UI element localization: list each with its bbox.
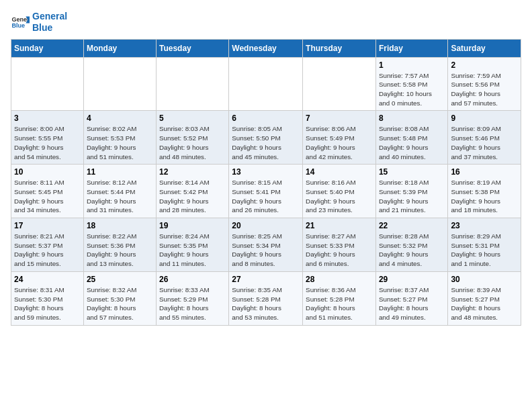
calendar-day: 10Sunrise: 8:11 AM Sunset: 5:45 PM Dayli… xyxy=(11,165,84,218)
calendar-day: 18Sunrise: 8:22 AM Sunset: 5:36 PM Dayli… xyxy=(83,218,156,272)
calendar-body: 1Sunrise: 7:57 AM Sunset: 5:58 PM Daylig… xyxy=(11,57,521,325)
day-number: 16 xyxy=(451,167,518,177)
calendar-day xyxy=(83,57,156,111)
calendar-day: 23Sunrise: 8:29 AM Sunset: 5:31 PM Dayli… xyxy=(448,218,521,272)
weekday-header-saturday: Saturday xyxy=(448,39,521,57)
calendar-day: 4Sunrise: 8:02 AM Sunset: 5:53 PM Daylig… xyxy=(83,111,156,165)
day-info: Sunrise: 8:39 AM Sunset: 5:27 PM Dayligh… xyxy=(451,285,518,322)
day-info: Sunrise: 7:59 AM Sunset: 5:56 PM Dayligh… xyxy=(451,71,518,108)
day-info: Sunrise: 8:35 AM Sunset: 5:28 PM Dayligh… xyxy=(232,285,300,322)
calendar-day: 16Sunrise: 8:19 AM Sunset: 5:38 PM Dayli… xyxy=(448,165,521,218)
day-number: 21 xyxy=(306,221,373,230)
logo: General Blue GeneralBlue xyxy=(11,11,67,34)
day-number: 17 xyxy=(14,221,81,230)
weekday-header-sunday: Sunday xyxy=(11,39,84,57)
day-number: 11 xyxy=(87,167,153,177)
calendar-day: 11Sunrise: 8:12 AM Sunset: 5:44 PM Dayli… xyxy=(83,165,156,218)
day-info: Sunrise: 8:21 AM Sunset: 5:37 PM Dayligh… xyxy=(14,232,81,269)
calendar-header: SundayMondayTuesdayWednesdayThursdayFrid… xyxy=(11,39,521,57)
calendar-day: 3Sunrise: 8:00 AM Sunset: 5:55 PM Daylig… xyxy=(11,111,84,165)
calendar-day: 30Sunrise: 8:39 AM Sunset: 5:27 PM Dayli… xyxy=(448,271,521,325)
calendar-day: 14Sunrise: 8:16 AM Sunset: 5:40 PM Dayli… xyxy=(303,165,376,218)
calendar-week-5: 24Sunrise: 8:31 AM Sunset: 5:30 PM Dayli… xyxy=(11,271,521,325)
day-number: 30 xyxy=(451,275,518,284)
day-info: Sunrise: 8:02 AM Sunset: 5:53 PM Dayligh… xyxy=(87,124,153,161)
weekday-header-wednesday: Wednesday xyxy=(229,39,303,57)
calendar-day xyxy=(229,57,303,111)
weekday-header-monday: Monday xyxy=(83,39,156,57)
day-number: 19 xyxy=(159,221,226,230)
day-number: 15 xyxy=(379,167,445,177)
day-number: 24 xyxy=(14,275,81,284)
calendar-day: 26Sunrise: 8:33 AM Sunset: 5:29 PM Dayli… xyxy=(156,271,228,325)
day-info: Sunrise: 8:03 AM Sunset: 5:52 PM Dayligh… xyxy=(159,124,226,161)
calendar-day: 13Sunrise: 8:15 AM Sunset: 5:41 PM Dayli… xyxy=(229,165,303,218)
calendar-day: 27Sunrise: 8:35 AM Sunset: 5:28 PM Dayli… xyxy=(229,271,303,325)
day-number: 7 xyxy=(306,113,373,123)
day-number: 10 xyxy=(14,167,81,177)
weekday-header-row: SundayMondayTuesdayWednesdayThursdayFrid… xyxy=(11,39,521,57)
day-number: 20 xyxy=(232,221,300,230)
calendar-week-3: 10Sunrise: 8:11 AM Sunset: 5:45 PM Dayli… xyxy=(11,165,521,218)
calendar-day: 19Sunrise: 8:24 AM Sunset: 5:35 PM Dayli… xyxy=(156,218,228,272)
calendar-day: 1Sunrise: 7:57 AM Sunset: 5:58 PM Daylig… xyxy=(375,57,447,111)
weekday-header-thursday: Thursday xyxy=(303,39,376,57)
day-info: Sunrise: 8:31 AM Sunset: 5:30 PM Dayligh… xyxy=(14,285,81,322)
day-info: Sunrise: 8:28 AM Sunset: 5:32 PM Dayligh… xyxy=(379,232,445,269)
calendar-week-1: 1Sunrise: 7:57 AM Sunset: 5:58 PM Daylig… xyxy=(11,57,521,111)
day-info: Sunrise: 8:18 AM Sunset: 5:39 PM Dayligh… xyxy=(379,178,445,215)
day-info: Sunrise: 8:37 AM Sunset: 5:27 PM Dayligh… xyxy=(379,285,445,322)
day-number: 23 xyxy=(451,221,518,230)
day-number: 27 xyxy=(232,275,300,284)
day-info: Sunrise: 8:24 AM Sunset: 5:35 PM Dayligh… xyxy=(159,232,226,269)
calendar-day: 20Sunrise: 8:25 AM Sunset: 5:34 PM Dayli… xyxy=(229,218,303,272)
day-number: 22 xyxy=(379,221,445,230)
day-number: 26 xyxy=(159,275,226,284)
day-info: Sunrise: 8:09 AM Sunset: 5:46 PM Dayligh… xyxy=(451,124,518,161)
day-number: 2 xyxy=(451,60,518,70)
day-info: Sunrise: 8:29 AM Sunset: 5:31 PM Dayligh… xyxy=(451,232,518,269)
calendar-day: 15Sunrise: 8:18 AM Sunset: 5:39 PM Dayli… xyxy=(375,165,447,218)
day-info: Sunrise: 7:57 AM Sunset: 5:58 PM Dayligh… xyxy=(379,71,445,108)
day-number: 3 xyxy=(14,113,81,123)
calendar-day: 12Sunrise: 8:14 AM Sunset: 5:42 PM Dayli… xyxy=(156,165,228,218)
day-number: 4 xyxy=(87,113,153,123)
calendar-day: 7Sunrise: 8:06 AM Sunset: 5:49 PM Daylig… xyxy=(303,111,376,165)
calendar-day: 24Sunrise: 8:31 AM Sunset: 5:30 PM Dayli… xyxy=(11,271,84,325)
logo-text: GeneralBlue xyxy=(32,11,67,34)
day-number: 18 xyxy=(87,221,153,230)
calendar-day: 22Sunrise: 8:28 AM Sunset: 5:32 PM Dayli… xyxy=(375,218,447,272)
calendar-day: 2Sunrise: 7:59 AM Sunset: 5:56 PM Daylig… xyxy=(448,57,521,111)
calendar-day: 25Sunrise: 8:32 AM Sunset: 5:30 PM Dayli… xyxy=(83,271,156,325)
calendar-day: 28Sunrise: 8:36 AM Sunset: 5:28 PM Dayli… xyxy=(303,271,376,325)
day-number: 29 xyxy=(379,275,445,284)
day-info: Sunrise: 8:08 AM Sunset: 5:48 PM Dayligh… xyxy=(379,124,445,161)
day-info: Sunrise: 8:11 AM Sunset: 5:45 PM Dayligh… xyxy=(14,178,81,215)
day-info: Sunrise: 8:27 AM Sunset: 5:33 PM Dayligh… xyxy=(306,232,373,269)
calendar-day: 9Sunrise: 8:09 AM Sunset: 5:46 PM Daylig… xyxy=(448,111,521,165)
day-number: 13 xyxy=(232,167,300,177)
calendar-day: 21Sunrise: 8:27 AM Sunset: 5:33 PM Dayli… xyxy=(303,218,376,272)
weekday-header-tuesday: Tuesday xyxy=(156,39,228,57)
calendar-day xyxy=(303,57,376,111)
calendar-week-2: 3Sunrise: 8:00 AM Sunset: 5:55 PM Daylig… xyxy=(11,111,521,165)
calendar-day: 6Sunrise: 8:05 AM Sunset: 5:50 PM Daylig… xyxy=(229,111,303,165)
day-info: Sunrise: 8:06 AM Sunset: 5:49 PM Dayligh… xyxy=(306,124,373,161)
day-number: 8 xyxy=(379,113,445,123)
calendar-day: 5Sunrise: 8:03 AM Sunset: 5:52 PM Daylig… xyxy=(156,111,228,165)
day-info: Sunrise: 8:00 AM Sunset: 5:55 PM Dayligh… xyxy=(14,124,81,161)
calendar-day: 8Sunrise: 8:08 AM Sunset: 5:48 PM Daylig… xyxy=(375,111,447,165)
day-number: 1 xyxy=(379,60,445,70)
day-number: 5 xyxy=(159,113,226,123)
day-info: Sunrise: 8:25 AM Sunset: 5:34 PM Dayligh… xyxy=(232,232,300,269)
logo-icon: General Blue xyxy=(11,13,30,32)
day-info: Sunrise: 8:32 AM Sunset: 5:30 PM Dayligh… xyxy=(87,285,153,322)
day-number: 14 xyxy=(306,167,373,177)
day-info: Sunrise: 8:05 AM Sunset: 5:50 PM Dayligh… xyxy=(232,124,300,161)
day-info: Sunrise: 8:19 AM Sunset: 5:38 PM Dayligh… xyxy=(451,178,518,215)
day-number: 28 xyxy=(306,275,373,284)
calendar-table: SundayMondayTuesdayWednesdayThursdayFrid… xyxy=(11,39,521,326)
calendar-day: 17Sunrise: 8:21 AM Sunset: 5:37 PM Dayli… xyxy=(11,218,84,272)
calendar-day xyxy=(156,57,228,111)
day-info: Sunrise: 8:36 AM Sunset: 5:28 PM Dayligh… xyxy=(306,285,373,322)
